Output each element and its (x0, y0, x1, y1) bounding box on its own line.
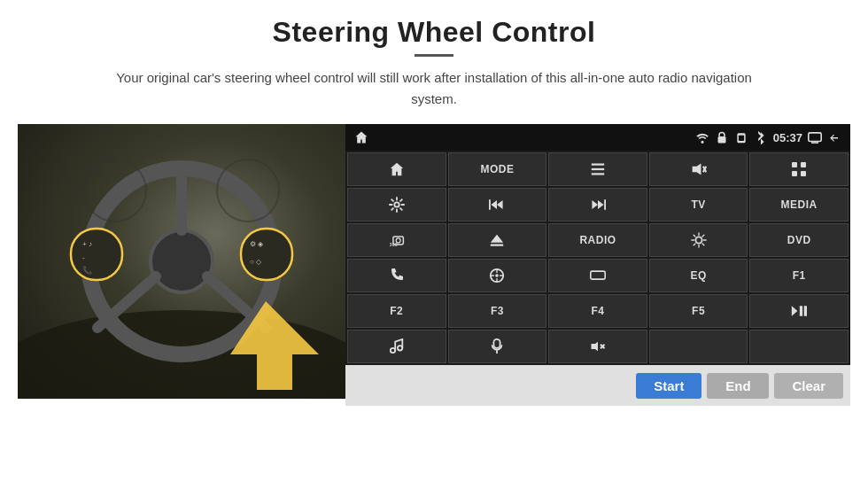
content-row: + ♪ - 📞 ⚙ ◈ ○ ◇ (18, 124, 850, 406)
svg-rect-30 (801, 171, 806, 176)
car-photo: + ♪ - 📞 ⚙ ◈ ○ ◇ (18, 124, 345, 399)
settings-button[interactable] (347, 188, 446, 222)
music-button[interactable] (347, 330, 446, 363)
svg-point-50 (391, 348, 395, 353)
end-button[interactable]: End (707, 373, 769, 399)
lock-icon (715, 130, 729, 144)
status-time: 05:37 (773, 131, 802, 144)
svg-point-2 (151, 230, 213, 292)
svg-point-51 (398, 346, 402, 350)
control-panel: 05:37 MODE (345, 124, 850, 406)
f2-button[interactable]: F2 (347, 294, 446, 328)
page-title: Steering Wheel Control (273, 16, 596, 49)
list-button[interactable] (548, 152, 647, 186)
mode-button[interactable]: MODE (448, 152, 547, 186)
svg-marker-47 (792, 306, 798, 315)
dvd-button[interactable]: DVD (749, 223, 849, 257)
home-button[interactable] (347, 152, 446, 186)
cam360-button[interactable]: 360 (347, 223, 446, 257)
svg-marker-32 (492, 200, 498, 209)
svg-text:-: - (82, 253, 85, 261)
svg-rect-42 (491, 245, 503, 246)
svg-rect-27 (792, 162, 797, 167)
svg-rect-6 (71, 229, 122, 280)
svg-rect-52 (494, 339, 500, 348)
eject-button[interactable] (448, 223, 547, 257)
svg-text:○ ◇: ○ ◇ (250, 258, 262, 266)
eq-button[interactable]: EQ (649, 259, 748, 292)
svg-marker-24 (692, 163, 701, 175)
phone-button[interactable] (347, 259, 446, 292)
tv-button[interactable]: TV (649, 188, 748, 222)
svg-rect-49 (804, 306, 807, 315)
svg-text:⚙ ◈: ⚙ ◈ (250, 240, 264, 248)
action-bar: Start End Clear (345, 365, 850, 406)
svg-rect-20 (811, 142, 818, 144)
svg-marker-41 (491, 235, 503, 243)
volmute-button[interactable] (548, 330, 647, 363)
wifi-icon (695, 130, 709, 144)
f3-button[interactable]: F3 (448, 294, 547, 328)
svg-point-45 (496, 274, 500, 277)
title-divider (415, 54, 453, 57)
svg-text:360: 360 (390, 243, 398, 247)
subtitle: Your original car's steering wheel contr… (97, 67, 771, 110)
status-left (354, 130, 368, 144)
brightness-button[interactable] (649, 223, 748, 257)
clear-button[interactable]: Clear (774, 373, 843, 399)
start-button[interactable]: Start (636, 373, 701, 399)
svg-rect-46 (591, 271, 605, 279)
screen-button[interactable] (548, 259, 647, 292)
f5-button[interactable]: F5 (649, 294, 748, 328)
svg-text:📞: 📞 (82, 265, 93, 276)
svg-rect-48 (800, 306, 802, 315)
svg-marker-33 (497, 200, 503, 209)
svg-rect-19 (809, 132, 821, 141)
bluetooth-icon (754, 130, 768, 144)
empty-btn-1 (649, 330, 748, 363)
screen-cast-icon (808, 130, 822, 144)
media-button[interactable]: MEDIA (749, 188, 849, 222)
svg-rect-10 (241, 229, 292, 280)
svg-rect-18 (739, 136, 744, 141)
svg-rect-29 (792, 171, 797, 176)
back-icon (827, 130, 841, 144)
button-grid: MODE (345, 151, 850, 365)
sim-icon (734, 130, 748, 144)
svg-point-43 (695, 237, 701, 243)
status-right: 05:37 (695, 130, 841, 144)
mic-button[interactable] (448, 330, 547, 363)
svg-text:+  ♪: + ♪ (82, 240, 92, 248)
playpause-button[interactable] (749, 294, 849, 328)
svg-rect-16 (717, 136, 725, 144)
apps-button[interactable] (749, 152, 849, 186)
svg-point-31 (394, 202, 399, 206)
radio-button[interactable]: RADIO (548, 223, 647, 257)
empty-btn-2 (749, 330, 849, 363)
f4-button[interactable]: F4 (548, 294, 647, 328)
svg-marker-36 (592, 200, 598, 209)
mute-button[interactable] (649, 152, 748, 186)
home-status-icon (354, 130, 368, 144)
svg-marker-35 (598, 200, 604, 209)
prev-button[interactable] (448, 188, 547, 222)
navi-button[interactable] (448, 259, 547, 292)
status-bar: 05:37 (345, 124, 850, 151)
svg-marker-54 (591, 342, 598, 352)
next-button[interactable] (548, 188, 647, 222)
svg-rect-28 (801, 162, 806, 167)
f1-button[interactable]: F1 (749, 259, 849, 292)
